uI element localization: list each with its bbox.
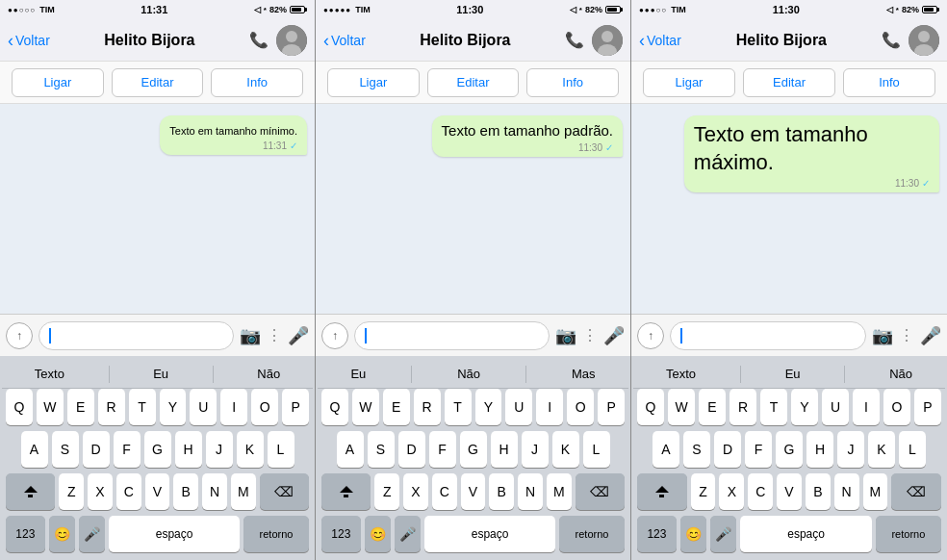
back-button[interactable]: ‹ Voltar bbox=[639, 32, 681, 49]
key-a[interactable]: A bbox=[21, 431, 48, 468]
key-z[interactable]: Z bbox=[374, 473, 399, 510]
key-d[interactable]: D bbox=[398, 431, 425, 468]
key-w[interactable]: W bbox=[668, 389, 695, 425]
action-btn-ligar[interactable]: Ligar bbox=[327, 68, 420, 97]
key-n[interactable]: N bbox=[202, 473, 227, 510]
key-p[interactable]: P bbox=[598, 389, 625, 425]
key-b[interactable]: B bbox=[489, 473, 514, 510]
emoji-key[interactable]: 😊 bbox=[365, 516, 391, 552]
key-o[interactable]: O bbox=[883, 389, 910, 425]
key-u[interactable]: U bbox=[822, 389, 849, 425]
space-key[interactable]: espaço bbox=[740, 516, 871, 552]
key-g[interactable]: G bbox=[776, 431, 803, 468]
key-n[interactable]: N bbox=[518, 473, 543, 510]
space-key[interactable]: espaço bbox=[424, 516, 555, 552]
return-key[interactable]: retorno bbox=[243, 516, 309, 552]
num-key[interactable]: 123 bbox=[321, 516, 361, 552]
num-key[interactable]: 123 bbox=[637, 516, 677, 552]
key-p[interactable]: P bbox=[914, 389, 941, 425]
key-k[interactable]: K bbox=[237, 431, 264, 468]
camera-icon[interactable]: 📷 bbox=[555, 325, 576, 346]
key-l[interactable]: L bbox=[583, 431, 610, 468]
text-input[interactable] bbox=[354, 321, 550, 350]
dots-icon[interactable]: ⋮ bbox=[899, 326, 914, 344]
action-btn-editar[interactable]: Editar bbox=[743, 68, 835, 97]
camera-icon[interactable]: 📷 bbox=[240, 325, 261, 346]
key-q[interactable]: Q bbox=[637, 389, 664, 425]
suggestion-0[interactable]: Eu bbox=[345, 363, 371, 385]
text-input[interactable] bbox=[670, 321, 866, 350]
key-e[interactable]: E bbox=[383, 389, 410, 425]
key-o[interactable]: O bbox=[251, 389, 278, 425]
key-b[interactable]: B bbox=[173, 473, 198, 510]
action-btn-ligar[interactable]: Ligar bbox=[12, 68, 104, 97]
return-key[interactable]: retorno bbox=[559, 516, 625, 552]
key-z[interactable]: Z bbox=[691, 473, 716, 510]
key-c[interactable]: C bbox=[432, 473, 457, 510]
key-shift[interactable] bbox=[637, 473, 687, 510]
key-l[interactable]: L bbox=[268, 431, 294, 468]
key-d[interactable]: D bbox=[83, 431, 110, 468]
action-btn-info[interactable]: Info bbox=[211, 68, 303, 97]
expand-button[interactable]: ↑ bbox=[637, 322, 664, 349]
key-m[interactable]: M bbox=[231, 473, 256, 510]
suggestion-0[interactable]: Texto bbox=[29, 363, 70, 385]
key-f[interactable]: F bbox=[429, 431, 456, 468]
emoji-key[interactable]: 😊 bbox=[680, 516, 706, 552]
key-a[interactable]: A bbox=[653, 431, 679, 468]
key-r[interactable]: R bbox=[729, 389, 756, 425]
suggestion-1[interactable]: Eu bbox=[780, 363, 806, 385]
key-u[interactable]: U bbox=[505, 389, 532, 425]
phone-call-icon[interactable]: 📞 bbox=[249, 31, 269, 49]
avatar[interactable] bbox=[909, 25, 939, 56]
key-f[interactable]: F bbox=[745, 431, 772, 468]
key-e[interactable]: E bbox=[699, 389, 726, 425]
avatar[interactable] bbox=[276, 25, 307, 56]
key-h[interactable]: H bbox=[491, 431, 518, 468]
key-c[interactable]: C bbox=[116, 473, 141, 510]
suggestion-2[interactable]: Não bbox=[883, 363, 918, 385]
key-s[interactable]: S bbox=[368, 431, 395, 468]
key-r[interactable]: R bbox=[98, 389, 125, 425]
key-r[interactable]: R bbox=[414, 389, 441, 425]
emoji-key[interactable]: 😊 bbox=[49, 516, 75, 552]
key-x[interactable]: X bbox=[403, 473, 428, 510]
key-y[interactable]: Y bbox=[791, 389, 818, 425]
text-input[interactable] bbox=[38, 321, 234, 350]
key-c[interactable]: C bbox=[748, 473, 773, 510]
key-h[interactable]: H bbox=[175, 431, 202, 468]
mic-key[interactable]: 🎤 bbox=[710, 516, 736, 552]
num-key[interactable]: 123 bbox=[6, 516, 45, 552]
mic-key[interactable]: 🎤 bbox=[395, 516, 421, 552]
key-m[interactable]: M bbox=[547, 473, 572, 510]
suggestion-2[interactable]: Não bbox=[251, 363, 286, 385]
key-m[interactable]: M bbox=[863, 473, 888, 510]
suggestion-1[interactable]: Eu bbox=[147, 363, 174, 385]
mic-icon[interactable]: 🎤 bbox=[288, 325, 309, 346]
key-n[interactable]: N bbox=[834, 473, 859, 510]
key-i[interactable]: I bbox=[853, 389, 880, 425]
key-d[interactable]: D bbox=[714, 431, 741, 468]
key-j[interactable]: J bbox=[206, 431, 233, 468]
expand-button[interactable]: ↑ bbox=[321, 322, 348, 349]
key-e[interactable]: E bbox=[67, 389, 94, 425]
key-v[interactable]: V bbox=[461, 473, 486, 510]
action-btn-ligar[interactable]: Ligar bbox=[643, 68, 735, 97]
action-btn-editar[interactable]: Editar bbox=[112, 68, 204, 97]
return-key[interactable]: retorno bbox=[876, 516, 941, 552]
key-b[interactable]: B bbox=[806, 473, 831, 510]
key-v[interactable]: V bbox=[145, 473, 170, 510]
key-s[interactable]: S bbox=[52, 431, 79, 468]
phone-call-icon[interactable]: 📞 bbox=[882, 31, 901, 49]
key-a[interactable]: A bbox=[337, 431, 364, 468]
key-l[interactable]: L bbox=[899, 431, 926, 468]
key-t[interactable]: T bbox=[760, 389, 787, 425]
suggestion-0[interactable]: Texto bbox=[660, 363, 702, 385]
mic-icon[interactable]: 🎤 bbox=[920, 325, 941, 346]
action-btn-editar[interactable]: Editar bbox=[427, 68, 520, 97]
action-btn-info[interactable]: Info bbox=[526, 68, 619, 97]
dots-icon[interactable]: ⋮ bbox=[267, 326, 282, 344]
key-w[interactable]: W bbox=[37, 389, 64, 425]
key-o[interactable]: O bbox=[567, 389, 594, 425]
key-backspace[interactable]: ⌫ bbox=[260, 473, 309, 510]
